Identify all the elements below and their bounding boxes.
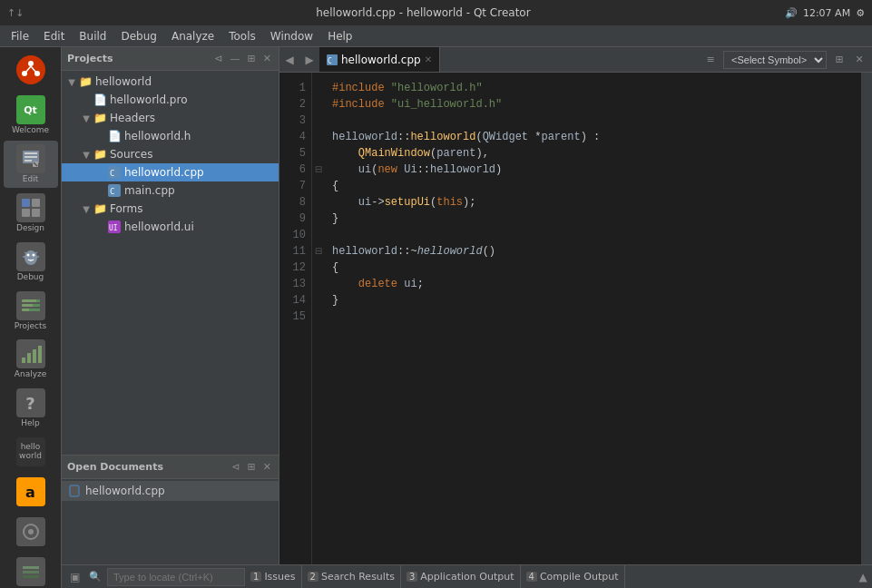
code-line-14: }	[332, 292, 854, 309]
svg-rect-7	[24, 160, 32, 162]
sidebar-item-layers[interactable]	[4, 554, 58, 588]
sidebar-item-analyze-label: Analyze	[15, 370, 46, 379]
sidebar-item-projects[interactable]: Projects	[4, 288, 58, 335]
projects-split-btn[interactable]: ⊞	[246, 52, 258, 65]
editor-scrollbar[interactable]	[861, 73, 872, 564]
open-docs-config-btn[interactable]: ⊲	[230, 460, 241, 474]
menu-window[interactable]: Window	[263, 28, 320, 44]
tree-item-sources[interactable]: ▼ 📁 Sources	[62, 145, 279, 163]
tree-item-helloworld-h[interactable]: 📄 helloworld.h	[62, 127, 279, 145]
sidebar-item-ubuntu[interactable]	[4, 52, 58, 90]
bottom-tab-issues[interactable]: 1 Issues	[245, 565, 302, 589]
bottom-search-input[interactable]	[107, 568, 245, 586]
tree-item-forms[interactable]: ▼ 📁 Forms	[62, 200, 279, 218]
projects-close-btn[interactable]: ✕	[261, 52, 273, 65]
bottom-arrow-btn[interactable]: ▲	[854, 565, 872, 589]
menu-debug[interactable]: Debug	[113, 28, 163, 44]
svg-text:C: C	[110, 187, 114, 196]
projects-collapse-btn[interactable]: —	[229, 52, 242, 65]
code-line-7: {	[332, 178, 854, 194]
tab-extra-btn-1[interactable]: ≡	[701, 51, 720, 69]
fold-btn-11[interactable]: ⊟	[312, 243, 325, 260]
code-line-9: }	[332, 211, 854, 227]
code-line-15	[332, 309, 854, 325]
cpp-file-icon: C	[107, 165, 122, 180]
open-docs-close-btn[interactable]: ✕	[261, 460, 273, 474]
sidebar-item-debug[interactable]: Debug	[4, 239, 58, 286]
tree-item-helloworld-pro[interactable]: 📄 helloworld.pro	[62, 91, 279, 109]
svg-point-14	[24, 250, 37, 265]
tree-name-main-cpp: main.cpp	[124, 184, 275, 197]
edit-icon	[16, 144, 45, 173]
menubar: File Edit Build Debug Analyze Tools Wind…	[0, 25, 872, 47]
open-docs-panel-title: Open Documents	[67, 461, 163, 473]
sidebar-item-design[interactable]: Design	[4, 190, 58, 237]
open-doc-item-helloworld-cpp[interactable]: helloworld.cpp	[62, 481, 279, 501]
folder-icon-helloworld: 📁	[78, 74, 93, 89]
tab-cpp-icon: C	[327, 54, 338, 65]
menu-edit[interactable]: Edit	[36, 28, 72, 44]
tree-item-helloworld-root[interactable]: ▼ 📁 helloworld	[62, 73, 279, 91]
projects-filter-btn[interactable]: ⊲	[212, 52, 224, 65]
compile-output-tab-label: Compile Output	[540, 571, 619, 583]
editor-panel: ◀ ▶ C helloworld.cpp ✕	[279, 47, 872, 564]
sidebar-item-helloworld[interactable]: helloworld	[4, 434, 58, 472]
svg-rect-6	[24, 156, 37, 158]
sidebar-item-edit[interactable]: Edit	[4, 141, 58, 188]
sidebar-item-analyze[interactable]: Analyze	[4, 336, 58, 383]
bottom-tab-search-results[interactable]: 2 Search Results	[302, 565, 401, 589]
open-docs-split-btn[interactable]: ⊞	[246, 460, 258, 474]
svg-rect-25	[33, 304, 40, 307]
tree-item-main-cpp[interactable]: C main.cpp	[62, 181, 279, 200]
tab-split-btn[interactable]: ⊞	[830, 51, 848, 69]
svg-text:UI: UI	[109, 224, 118, 232]
bottom-toggle-btn[interactable]: ▣	[65, 567, 85, 587]
menu-tools[interactable]: Tools	[221, 28, 263, 44]
tree-item-helloworld-ui[interactable]: UI helloworld.ui	[62, 218, 279, 236]
svg-rect-12	[22, 209, 30, 217]
titlebar-settings-icon[interactable]: ⚙	[856, 7, 865, 19]
svg-point-1	[28, 61, 34, 66]
symbol-dropdown[interactable]: <Select Symbol>	[723, 51, 827, 69]
tab-nav-next[interactable]: ▶	[299, 47, 319, 73]
tree-name-helloworld: helloworld	[95, 75, 275, 88]
debug-icon	[16, 242, 45, 271]
tree-item-headers[interactable]: ▼ 📁 Headers	[62, 109, 279, 127]
tab-close-btn[interactable]: ✕	[425, 54, 432, 64]
svg-rect-47	[70, 485, 79, 496]
sidebar-item-tools[interactable]	[4, 514, 58, 552]
bottom-tab-compile-output[interactable]: 4 Compile Output	[521, 565, 625, 589]
code-line-6: ui(new Ui::helloworld)	[332, 162, 854, 178]
code-line-12: {	[332, 260, 854, 276]
fold-btn-6[interactable]: ⊟	[312, 162, 325, 178]
analyze-icon	[16, 339, 45, 368]
line-numbers: 1 2 3 4 5 6 7 8 9 10 11 12 13 14	[279, 73, 312, 564]
svg-rect-29	[33, 349, 36, 363]
code-editor[interactable]: 1 2 3 4 5 6 7 8 9 10 11 12 13 14	[279, 73, 872, 564]
menu-help[interactable]: Help	[320, 28, 359, 44]
sidebar-item-welcome-label: Welcome	[12, 126, 49, 135]
code-line-3	[332, 113, 854, 129]
sidebar-item-welcome[interactable]: Qt Welcome	[4, 92, 58, 139]
tab-close-editor-btn[interactable]: ✕	[850, 51, 868, 69]
bottom-tab-app-output[interactable]: 3 Application Output	[401, 565, 521, 589]
menu-file[interactable]: File	[4, 28, 36, 44]
tree-item-helloworld-cpp[interactable]: C helloworld.cpp	[62, 163, 279, 181]
sidebar-item-help[interactable]: ? Help	[4, 385, 58, 432]
tree-name-helloworld-cpp: helloworld.cpp	[124, 166, 275, 179]
main-layout: Qt Welcome Edit	[0, 47, 872, 588]
menu-analyze[interactable]: Analyze	[164, 28, 221, 44]
titlebar-title: helloworld.cpp - helloworld - Qt Creator	[62, 6, 785, 19]
sidebar-item-amazon[interactable]: a	[4, 474, 58, 512]
menu-build[interactable]: Build	[72, 28, 113, 44]
sidebar-item-debug-label: Debug	[17, 273, 44, 282]
tab-nav-prev[interactable]: ◀	[279, 47, 299, 73]
help-icon: ?	[16, 388, 45, 417]
code-content[interactable]: #include "helloworld.h" #include "ui_hel…	[325, 73, 861, 564]
editor-tab-helloworld-cpp[interactable]: C helloworld.cpp ✕	[319, 47, 440, 73]
tree-name-helloworld-ui: helloworld.ui	[124, 220, 275, 233]
file-tree: ▼ 📁 helloworld 📄 helloworld.pro ▼	[62, 71, 279, 455]
svg-rect-10	[22, 199, 30, 207]
code-line-8: ui->setupUi(this);	[332, 194, 854, 211]
issues-tab-label: Issues	[264, 571, 295, 583]
